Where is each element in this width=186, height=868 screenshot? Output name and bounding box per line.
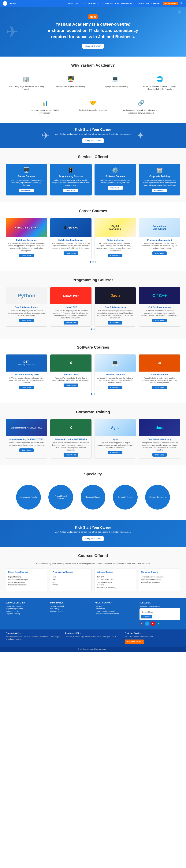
prog-dot-0[interactable] [91, 329, 92, 330]
footer-info-item-2: Photos & Videos [50, 610, 91, 612]
course-text-java: This course will prepare you for the adv… [96, 310, 134, 319]
course-btn-mobile[interactable]: Know More! [64, 251, 78, 255]
footer-services-list: Career Track Courses Programming Courses… [6, 606, 46, 615]
corp-img-agile: Agile [95, 419, 136, 436]
course-btn-fullstack[interactable]: Know More! [19, 254, 34, 257]
course-btn-adv-comp[interactable]: Know More! [108, 386, 122, 389]
search-icon[interactable]: 🔍 [180, 2, 183, 5]
speciality-circles: Experienced Faculty Project Based Learni… [6, 481, 180, 513]
twitter-icon[interactable]: t [145, 621, 149, 626]
corporate-training-title: Corporate Training [6, 410, 180, 414]
courses-offered-title: Courses Offered [6, 554, 180, 558]
course-body-dtp: Desktop Publishing (DTP) DTP is the crea… [6, 372, 47, 391]
nav-home[interactable]: HOME [67, 2, 73, 5]
courses-offered-subtitle: Yasham Academy offers following courses … [6, 563, 180, 565]
why-item-1: 👨‍🏫 Well qualified Experienced Faculty [50, 72, 91, 92]
nav-careers[interactable]: CAREERS [151, 2, 160, 5]
course-btn-excel[interactable]: Know More! [64, 383, 78, 387]
course-btn-laravel[interactable]: Know More! [64, 321, 78, 324]
service-knowmore-2[interactable]: Know More... [107, 186, 123, 190]
footer-copyright: © All Rights Reserved | www.yasham.in [0, 647, 186, 652]
dtp-label: DTP [19, 360, 35, 364]
dot-1[interactable] [92, 261, 94, 262]
nav-about[interactable]: ABOUT US [75, 2, 85, 5]
prog-dot-1[interactable] [94, 329, 95, 330]
course-img-python: Python [6, 287, 47, 304]
footer-col-subscribe: Subscribe Subscribe to our Newsletter Su… [140, 602, 180, 626]
co-list-0: Digital Marketing Full Stack Web Develop… [8, 576, 45, 586]
corp-btn-agile[interactable]: Know More! [108, 451, 122, 454]
course-btn-accountant[interactable]: Know More! [152, 251, 167, 255]
co-item-1-3: Python [53, 584, 89, 586]
service-knowmore-3[interactable]: Know More... [152, 189, 167, 192]
why-icon-2: 💻 [111, 74, 120, 84]
course-btn-digital[interactable]: Know More! [108, 254, 122, 257]
co-item-2-0: Tally ERP [97, 576, 134, 578]
subscribe-email-input[interactable] [141, 610, 179, 614]
service-knowmore-1[interactable]: Know More... [63, 189, 79, 192]
subscribe-button[interactable]: Subscribe [141, 615, 152, 618]
dot-2[interactable] [95, 261, 96, 262]
nav-info[interactable]: INFORMATION [121, 2, 134, 5]
course-card-adv-comp: 💻 Advance Computer Advanced Computers wi… [95, 354, 136, 392]
dot-0[interactable] [90, 261, 91, 262]
service-title-3: Corporate Training [141, 175, 178, 178]
corp-btn-excel[interactable]: Know More! [64, 453, 78, 457]
course-btn-dtp[interactable]: Know More! [19, 386, 34, 389]
nav-courses[interactable]: COURSES [87, 2, 96, 5]
co-list-3: Advance Excel for executives Agile Proje… [141, 576, 178, 584]
course-body-mobile: Mobile App Development This course will … [50, 237, 91, 257]
course-card-accountant: ProfessionalAccountant Professional Acco… [139, 218, 180, 259]
facebook-icon[interactable]: f [140, 621, 144, 626]
banner2-enquire-button[interactable]: ENQUIRE NOW [82, 536, 104, 541]
co-card-3: Corporate Training Advance Excel for exe… [139, 568, 180, 591]
course-btn-ai[interactable]: Know More! [152, 386, 167, 389]
co-item-0-1: Full Stack Web Developer [8, 578, 45, 581]
why-item-2: 💻 Unique project based learning [95, 72, 136, 92]
hero-enquire-button[interactable]: ENQUIRE NOW [82, 44, 104, 49]
course-text-accountant: This course will prepare you for the car… [141, 242, 179, 250]
footer-info-item-1: Our Gallery [50, 608, 91, 610]
dm-img-label: Digital Marketing for EXECUTIVES [10, 426, 43, 430]
co-item-3-0: Advance Excel for executives [141, 576, 178, 578]
programming-courses-section: Programming Courses Python Core & Advanc… [0, 271, 186, 338]
course-btn-cpp[interactable]: Know More! [152, 319, 167, 322]
course-title-dtp: Desktop Publishing (DTP) [7, 373, 45, 376]
career-dots [6, 259, 180, 265]
service-icon-1: 📱 [52, 167, 89, 174]
corp-card-ds: data Data Science Workshop Power packed … [139, 419, 180, 459]
footer-enquire-button[interactable]: ENQUIRE NOW [125, 640, 144, 644]
why-item-0: 🏢 Latest cutting edge Syllabus as requir… [6, 72, 46, 92]
why-text-2: Unique project based learning [97, 85, 134, 88]
course-btn-java[interactable]: Know More! [108, 321, 122, 324]
course-card-python: Python Core & Advance Python This course… [6, 287, 47, 327]
course-title-adv-comp: Advance Computer [96, 373, 134, 376]
course-btn-python[interactable]: Know More! [19, 319, 34, 322]
youtube-icon[interactable]: ▶ [151, 621, 155, 626]
service-knowmore-0[interactable]: Know More... [19, 189, 34, 192]
linkedin-icon[interactable]: in [157, 621, 161, 626]
sw-dot-0[interactable] [91, 393, 92, 395]
corp-btn-dm[interactable]: Know More! [19, 448, 34, 452]
banner-plane-icon: ✈ [41, 130, 50, 141]
course-body-digital: Digital Marketing This course will prepa… [95, 237, 136, 259]
banner1-enquire-button[interactable]: ENQUIRE NOW [82, 138, 104, 143]
prog-dots [6, 327, 180, 332]
why-grid-top: 🏢 Latest cutting edge Syllabus as requir… [6, 72, 180, 92]
speciality-title: Speciality [6, 472, 180, 476]
footer-info: Services Offered Career Track Courses Pr… [0, 598, 186, 629]
hero-section: ✈ ❖ NoW Yasham Academy is a career-orien… [0, 7, 186, 57]
corp-btn-ds[interactable]: Know More! [152, 453, 167, 457]
nav-customer[interactable]: CUSTOMER SUCCESS [98, 2, 119, 5]
corporate-training-grid: Digital Marketing for EXECUTIVES Digital… [6, 419, 180, 459]
course-text-adv-comp: Advanced Computers will enable the stude… [96, 377, 134, 384]
co-item-2-3: AutoCAD [97, 584, 134, 586]
laravel-lang-label: Laravel PHP [63, 294, 79, 297]
corp-body-ds: Data Science Workshop Power packed works… [139, 436, 180, 458]
header-enquire-button[interactable]: Enquire Now [163, 2, 178, 5]
dtp-sublabel: Desktop Publishing [19, 364, 35, 366]
sw-dot-1[interactable] [94, 393, 95, 395]
why-icon-3: 🌐 [155, 74, 165, 84]
course-title-mobile: Mobile App Development [52, 239, 90, 241]
nav-contact[interactable]: CONTACT US [137, 2, 149, 5]
